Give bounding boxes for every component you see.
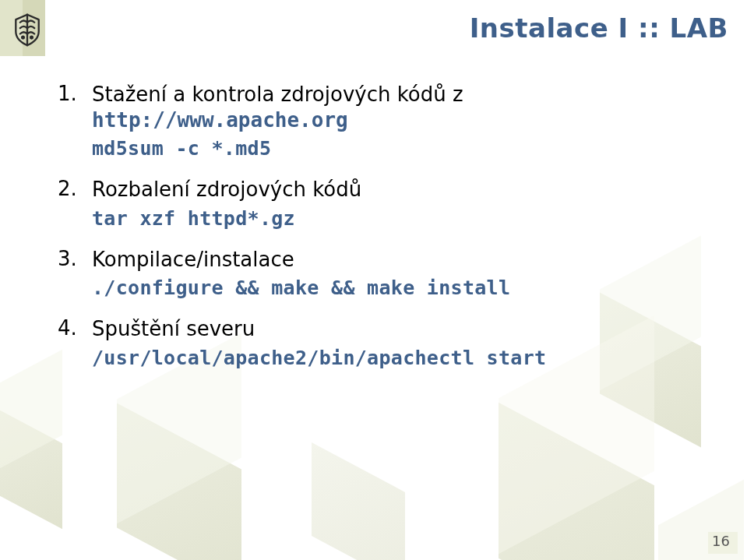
list-item: 2. Rozbalení zdrojových kódů [58, 177, 716, 203]
code-line: tar xzf httpd*.gz [92, 207, 716, 230]
list-item: 1. Stažení a kontrola zdrojových kódů z … [58, 82, 716, 132]
list-number: 2. [58, 177, 92, 200]
list-text: Spuštění severu [92, 316, 716, 342]
page-number: 16 [712, 533, 730, 549]
list-number: 3. [58, 247, 92, 270]
lion-logo-icon [9, 12, 45, 48]
url-link[interactable]: http://www.apache.org [92, 108, 348, 132]
code-line: ./configure && make && make install [92, 276, 716, 299]
code-line: /usr/local/apache2/bin/apachectl start [92, 347, 716, 369]
slide-title: Instalace I :: LAB [56, 12, 747, 44]
list-text: Stažení a kontrola zdrojových kódů z [92, 83, 463, 106]
svg-point-1 [30, 37, 33, 39]
list-number: 4. [58, 316, 92, 340]
list-number: 1. [58, 82, 92, 105]
code-line: md5sum -c *.md5 [92, 137, 716, 160]
svg-point-0 [22, 37, 24, 39]
slide-body: 1. Stažení a kontrola zdrojových kódů z … [58, 82, 716, 386]
slide-header: Instalace I :: LAB [0, 0, 747, 56]
list-item: 4. Spuštění severu [58, 316, 716, 342]
list-text: Kompilace/instalace [92, 247, 716, 273]
list-text: Rozbalení zdrojových kódů [92, 177, 716, 203]
list-item: 3. Kompilace/instalace [58, 247, 716, 273]
